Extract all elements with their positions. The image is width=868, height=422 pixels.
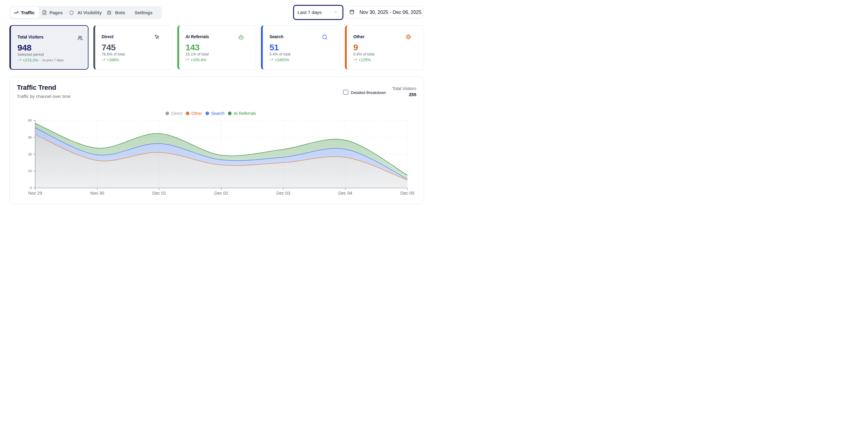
svg-text:0: 0 (30, 186, 32, 190)
svg-text:15: 15 (28, 169, 32, 173)
svg-text:Nov 29: Nov 29 (28, 191, 42, 195)
svg-text:30: 30 (28, 152, 32, 156)
svg-text:Dec 03: Dec 03 (276, 191, 290, 195)
svg-text:45: 45 (28, 135, 32, 139)
svg-text:Dec 04: Dec 04 (338, 191, 352, 195)
svg-text:Dec 02: Dec 02 (214, 191, 228, 195)
svg-text:Dec 05: Dec 05 (400, 191, 414, 195)
svg-text:Dec 01: Dec 01 (152, 191, 166, 195)
svg-text:Nov 30: Nov 30 (90, 191, 104, 195)
svg-text:60: 60 (28, 119, 32, 122)
